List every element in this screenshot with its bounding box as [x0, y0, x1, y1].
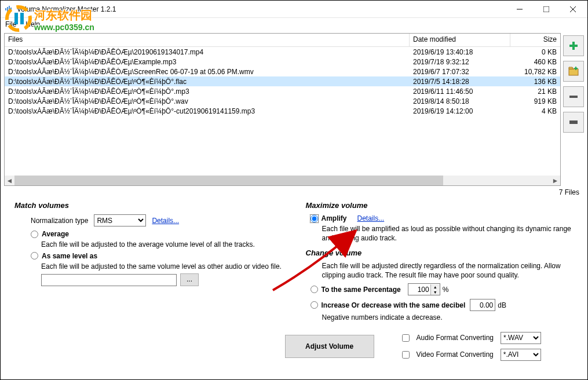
cell-size: 10,782 KB: [510, 68, 560, 76]
same-level-label: As same level as: [42, 252, 97, 260]
svg-rect-5: [9, 6, 10, 13]
audio-format-label: Audio Format Converting: [417, 334, 494, 342]
cell-date: 2019/6/19 13:40:18: [410, 48, 510, 56]
amplify-details-link[interactable]: Details...: [357, 214, 385, 222]
average-label: Average: [42, 230, 69, 238]
same-level-desc: Each file will be adjusted to the same v…: [41, 262, 282, 272]
table-row[interactable]: D:\tools\xÀÃæ\ÐÂ½¨ÎÄ¼þ¼Ð\ÐÂÊÓÆµ\20190619…: [5, 47, 560, 57]
normalization-select[interactable]: RMS: [94, 214, 146, 226]
cell-size: 919 KB: [510, 97, 560, 105]
same-level-radio[interactable]: [31, 252, 38, 260]
add-folder-button[interactable]: [563, 61, 584, 82]
minimize-button[interactable]: [506, 1, 533, 18]
same-percentage-label: To the same Percentage: [322, 286, 401, 294]
scroll-left-icon[interactable]: ◄: [5, 176, 14, 185]
audio-format-select[interactable]: *.WAV: [501, 332, 541, 344]
menu-file[interactable]: File: [5, 20, 16, 28]
app-icon: [4, 5, 13, 14]
cell-file: D:\tools\xÀÃæ\ÐÂ½¨ÎÄ¼þ¼Ð\ÐÂÊÓÆµ\ºÓ¶«Èí¼þ…: [5, 97, 410, 105]
cell-date: 2019/7/18 9:32:12: [410, 58, 510, 66]
cell-file: D:\tools\xÀÃæ\ÐÂ½¨ÎÄ¼þ¼Ð\ÐÂÊÓÆµ\20190619…: [5, 48, 410, 56]
decibel-input[interactable]: [470, 299, 495, 311]
same-level-input[interactable]: [41, 274, 177, 286]
table-row[interactable]: D:\tools\xÀÃæ\ÐÂ½¨ÎÄ¼þ¼Ð\ÐÂÊÓÆµ\ºÓ¶«Èí¼þ…: [5, 96, 560, 106]
cell-size: 460 KB: [510, 58, 560, 66]
cell-date: 2019/6/7 17:07:32: [410, 68, 510, 76]
window-title: Volume Normalizer Master 1.2.1: [17, 5, 506, 13]
cell-file: D:\tools\xÀÃæ\ÐÂ½¨ÎÄ¼þ¼Ð\ÐÂÊÓÆµ\ScreenRe…: [5, 68, 410, 76]
clear-button[interactable]: [563, 112, 584, 133]
svg-rect-3: [5, 8, 6, 10]
close-button[interactable]: [560, 1, 586, 18]
match-volumes-title: Match volumes: [14, 201, 283, 210]
cell-file: D:\tools\xÀÃæ\ÐÂ½¨ÎÄ¼þ¼Ð\ÐÂÊÓÆµ\ºÓ¶«Èí¼þ…: [5, 78, 410, 86]
cell-size: 21 KB: [510, 87, 560, 96]
file-count: 7 Files: [1, 186, 587, 198]
table-row[interactable]: D:\tools\xÀÃæ\ÐÂ½¨ÎÄ¼þ¼Ð\ÐÂÊÓÆµ\Example.…: [5, 57, 560, 67]
clear-icon: [568, 116, 579, 128]
svg-rect-18: [569, 120, 578, 124]
table-row[interactable]: D:\tools\xÀÃæ\ÐÂ½¨ÎÄ¼þ¼Ð\ÐÂÊÓÆµ\ºÓ¶«Èí¼þ…: [5, 86, 560, 96]
svg-rect-6: [10, 8, 12, 11]
cell-date: 2019/8/14 8:50:18: [410, 97, 510, 105]
cell-file: D:\tools\xÀÃæ\ÐÂ½¨ÎÄ¼þ¼Ð\ÐÂÊÓÆµ\ºÓ¶«Èí¼þ…: [5, 87, 410, 96]
amplify-radio[interactable]: [311, 215, 318, 222]
svg-rect-8: [543, 6, 549, 12]
browse-button[interactable]: ...: [180, 273, 199, 286]
minus-icon: [568, 91, 579, 103]
col-files[interactable]: Files: [5, 34, 410, 46]
change-volume-desc: Each file will be adjusted directly rega…: [322, 262, 574, 280]
cell-date: 2019/7/5 14:18:28: [410, 78, 510, 86]
table-row[interactable]: D:\tools\xÀÃæ\ÐÂ½¨ÎÄ¼þ¼Ð\ÐÂÊÓÆµ\ScreenRe…: [5, 67, 560, 76]
cell-date: 2019/6/11 11:46:50: [410, 87, 510, 96]
maximize-volume-title: Maximize volume: [306, 201, 574, 210]
video-format-select[interactable]: *.AVI: [501, 349, 541, 361]
negative-note: Negative numbers indicate a decrease.: [322, 313, 443, 323]
horizontal-scrollbar[interactable]: ◄ ►: [5, 176, 560, 185]
cell-date: 2019/6/19 14:12:00: [410, 107, 510, 115]
cell-size: 4 KB: [510, 107, 560, 115]
same-percentage-radio[interactable]: [311, 286, 318, 293]
cell-size: 136 KB: [510, 78, 560, 86]
adjust-volume-button[interactable]: Adjust Volume: [285, 335, 374, 358]
decibel-radio[interactable]: [311, 301, 318, 309]
titlebar: Volume Normalizer Master 1.2.1: [1, 1, 587, 18]
video-format-label: Video Format Converting: [417, 350, 494, 359]
plus-icon: [568, 40, 579, 52]
average-desc: Each file will be adjusted to the averag…: [41, 240, 255, 250]
cell-file: D:\tools\xÀÃæ\ÐÂ½¨ÎÄ¼þ¼Ð\ÐÂÊÓÆµ\Example.…: [5, 58, 410, 66]
change-volume-title: Change volume: [306, 249, 574, 257]
match-details-link[interactable]: Details...: [152, 217, 179, 225]
amplify-desc: Each file will be amplified as loud as p…: [322, 225, 574, 243]
add-file-button[interactable]: [563, 35, 584, 56]
remove-button[interactable]: [563, 86, 584, 107]
audio-format-checkbox[interactable]: [402, 334, 410, 342]
scroll-right-icon[interactable]: ►: [550, 176, 560, 185]
col-size[interactable]: Size: [510, 34, 560, 46]
menu-help[interactable]: Help: [25, 20, 40, 28]
percent-unit: %: [443, 286, 449, 294]
video-format-checkbox[interactable]: [402, 351, 410, 359]
col-date[interactable]: Date modified: [410, 34, 510, 46]
percentage-spinner[interactable]: ▲▼: [408, 283, 440, 295]
folder-plus-icon: [568, 65, 579, 77]
file-table: Files Date modified Size D:\tools\xÀÃæ\Ð…: [4, 33, 561, 186]
svg-rect-4: [7, 7, 8, 12]
table-row[interactable]: D:\tools\xÀÃæ\ÐÂ½¨ÎÄ¼þ¼Ð\ÐÂÊÓÆµ\ºÓ¶«Èí¼þ…: [5, 76, 560, 86]
cell-file: D:\tools\xÀÃæ\ÐÂ½¨ÎÄ¼þ¼Ð\ÐÂÊÓÆµ\ºÓ¶«Èí¼þ…: [5, 107, 410, 115]
cell-size: 0 KB: [510, 48, 560, 56]
decibel-label: Increase Or decrease with the same decib…: [322, 301, 466, 309]
average-radio[interactable]: [31, 231, 38, 238]
table-row[interactable]: D:\tools\xÀÃæ\ÐÂ½¨ÎÄ¼þ¼Ð\ÐÂÊÓÆµ\ºÓ¶«Èí¼þ…: [5, 106, 560, 116]
menubar: File Help: [1, 18, 587, 31]
svg-marker-14: [569, 67, 574, 69]
db-unit: dB: [498, 301, 506, 309]
maximize-button[interactable]: [533, 1, 560, 18]
svg-rect-13: [569, 69, 578, 75]
normalization-label: Normalization type: [31, 217, 88, 225]
amplify-label: Amplify: [322, 214, 347, 222]
